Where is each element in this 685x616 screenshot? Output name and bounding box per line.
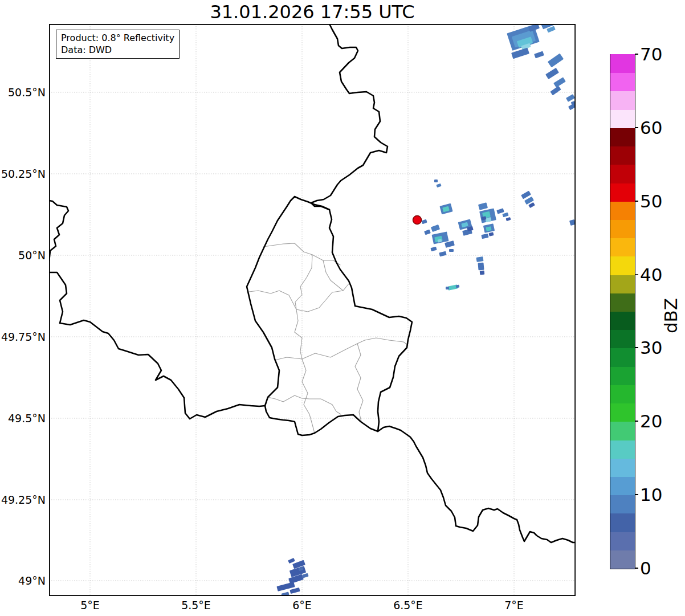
map-panel: Product: 0.8° Reflectivity Data: DWD xyxy=(49,24,576,596)
colorbar-tick-label: 40 xyxy=(640,264,662,285)
colorbar-tick-label: 50 xyxy=(640,190,662,212)
admin-boundary xyxy=(275,338,407,360)
radar-echo xyxy=(478,202,488,210)
colorbar-tick-mark xyxy=(635,421,638,422)
colorbar-segment xyxy=(610,422,635,440)
colorbar-tick-mark xyxy=(635,274,638,275)
colorbar-tick-mark xyxy=(635,494,638,495)
radar-echo xyxy=(288,558,295,564)
y-tick-label: 50.5°N xyxy=(0,85,46,99)
radar-echo xyxy=(481,234,488,239)
colorbar-segment xyxy=(610,550,635,569)
colorbar-segment xyxy=(610,403,635,422)
radar-echo xyxy=(496,208,504,214)
y-tick-label: 49.5°N xyxy=(0,411,46,425)
colorbar-tick-label: 60 xyxy=(640,117,662,138)
colorbar-tick-label: 20 xyxy=(640,410,662,432)
colorbar-segment xyxy=(610,128,635,146)
x-tick-label: 5°E xyxy=(59,598,121,612)
radar-echo xyxy=(488,232,494,236)
colorbar-segment xyxy=(610,293,635,312)
radar-echo xyxy=(449,249,454,252)
figure-title: 31.01.2026 17:55 UTC xyxy=(49,1,576,23)
country-border xyxy=(378,426,576,542)
colorbar-tick-mark xyxy=(635,201,638,202)
colorbar-segment xyxy=(610,311,635,330)
y-tick-label: 50.25°N xyxy=(0,167,46,181)
colorbar-segment xyxy=(610,330,635,349)
radar-echo xyxy=(476,256,484,262)
colorbar-segment xyxy=(610,219,635,238)
colorbar-segment xyxy=(610,348,635,367)
country-border xyxy=(49,272,265,419)
radar-site-marker xyxy=(413,216,422,225)
x-tick-label: 5.5°E xyxy=(165,598,227,612)
radar-echo xyxy=(436,183,441,187)
country-border xyxy=(247,197,412,435)
radar-echo xyxy=(434,180,438,182)
colorbar-segment xyxy=(610,532,635,550)
radar-echo xyxy=(553,77,566,87)
radar-echo xyxy=(302,573,308,578)
radar-figure: 31.01.2026 17:55 UTC Product: 0.8° Refle… xyxy=(0,0,685,616)
radar-echo xyxy=(566,94,575,102)
admin-boundary xyxy=(355,344,363,422)
country-border xyxy=(311,24,388,210)
radar-echo xyxy=(502,213,508,218)
radar-echo xyxy=(545,68,559,79)
colorbar-segment xyxy=(610,476,635,495)
colorbar-tick-mark xyxy=(635,568,638,569)
colorbar-segment xyxy=(610,256,635,275)
admin-boundary xyxy=(295,309,302,359)
colorbar xyxy=(610,54,635,569)
colorbar-segment xyxy=(610,165,635,183)
colorbar-tick-label: 0 xyxy=(640,557,651,579)
colorbar-segment xyxy=(610,513,635,532)
radar-echo xyxy=(505,217,511,221)
colorbar-segment xyxy=(610,146,635,165)
y-tick-label: 50°N xyxy=(0,248,46,262)
radar-echo xyxy=(445,240,455,248)
colorbar-segment xyxy=(610,91,635,110)
radar-echo xyxy=(290,588,300,594)
x-tick-label: 7°E xyxy=(483,598,545,612)
colorbar-tick-label: 70 xyxy=(640,43,662,65)
colorbar-segment xyxy=(610,54,635,73)
radar-echo xyxy=(550,86,561,96)
colorbar-segment xyxy=(610,495,635,514)
colorbar-segment xyxy=(610,385,635,403)
radar-echo xyxy=(548,54,564,68)
radar-echo xyxy=(424,230,431,235)
y-tick-label: 49°N xyxy=(0,574,46,588)
colorbar-tick-mark xyxy=(635,127,638,128)
radar-echo xyxy=(439,251,446,257)
radar-echo xyxy=(534,51,544,59)
radar-echo xyxy=(478,263,484,271)
colorbar-segment xyxy=(610,275,635,293)
colorbar-tick-label: 30 xyxy=(640,337,662,358)
colorbar-segment xyxy=(610,458,635,477)
y-tick-label: 49.25°N xyxy=(0,493,46,507)
colorbar-tick-mark xyxy=(635,54,638,55)
colorbar-segment xyxy=(610,201,635,220)
radar-echo xyxy=(421,219,427,225)
admin-boundary xyxy=(268,395,341,414)
radar-echo xyxy=(528,202,535,208)
x-tick-label: 6°E xyxy=(271,598,333,612)
colorbar-segment xyxy=(610,109,635,128)
y-tick-label: 49.75°N xyxy=(0,330,46,344)
admin-boundary xyxy=(295,255,312,309)
colorbar-segment xyxy=(610,183,635,202)
radar-echo xyxy=(430,247,437,251)
colorbar-segment xyxy=(610,440,635,459)
radar-echo xyxy=(480,271,485,275)
colorbar-segment xyxy=(610,238,635,257)
colorbar-segment xyxy=(610,73,635,92)
colorbar-tick-label: 10 xyxy=(640,484,662,505)
x-tick-label: 6.5°E xyxy=(377,598,439,612)
colorbar-segment xyxy=(610,366,635,385)
colorbar-tick-mark xyxy=(635,347,638,348)
admin-boundary xyxy=(302,359,315,433)
map-canvas xyxy=(49,24,576,596)
annotation-box: Product: 0.8° Reflectivity Data: DWD xyxy=(56,30,180,59)
